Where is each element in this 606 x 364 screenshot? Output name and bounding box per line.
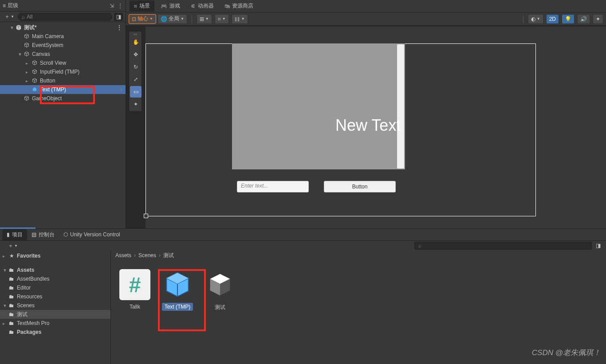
asset-label: Text (TMP): [162, 303, 193, 311]
ui-inputfield[interactable]: Enter text...: [237, 181, 309, 192]
snap-button[interactable]: ⌗▼: [215, 14, 229, 24]
tab-console[interactable]: ▤控制台: [27, 229, 59, 240]
audio-button[interactable]: 🔊: [577, 14, 590, 24]
tab-uvcs[interactable]: ⬡Unity Version Control: [59, 230, 125, 239]
expand-arrow[interactable]: ▼: [3, 268, 8, 273]
hierarchy-item-text-tmp[interactable]: Text (TMP) ›: [0, 85, 126, 94]
project-search-input[interactable]: ⌕: [414, 242, 592, 250]
item-label: Main Camera: [32, 33, 64, 39]
fx-button[interactable]: ✦: [593, 14, 603, 24]
bottom-tabs: ▮项目 ▤控制台 ⬡Unity Version Control: [0, 228, 606, 241]
expand-arrow[interactable]: ▼: [10, 25, 15, 30]
folder-tmp[interactable]: ▸🖿TextMesh Pro: [0, 319, 110, 328]
folder-icon: 🖿: [8, 276, 15, 282]
project-hidden-button[interactable]: ◨: [594, 243, 602, 249]
folder-icon: ▮: [7, 231, 10, 238]
canvas-handle-bl[interactable]: [144, 214, 148, 218]
scene-menu-icon[interactable]: ⋮: [117, 24, 122, 31]
expand-arrow[interactable]: ▸: [3, 254, 8, 258]
bottom-section: ▮项目 ▤控制台 ⬡Unity Version Control ＋▼ ⌕ ◨ ▸…: [0, 228, 606, 364]
expand-arrow[interactable]: ▸: [26, 70, 31, 74]
transform-tool[interactable]: ✦: [130, 98, 142, 110]
hierarchy-tree: ▼ 测试* ⋮ Main Camera EventSystem ▼ Canvas: [0, 22, 126, 104]
palette-grip[interactable]: ═: [130, 32, 141, 36]
grid-snap-button[interactable]: ⊞▼: [197, 14, 212, 24]
pivot-button[interactable]: ⊡轴心▼: [129, 14, 156, 24]
assets-panel: Assets › Scenes › 测试 # Tallk Text (TMP): [111, 250, 606, 364]
ui-text-tmp[interactable]: New Text: [335, 116, 401, 135]
favorites-row[interactable]: ▸ ★ Favorites: [0, 251, 110, 260]
rect-tool[interactable]: ▭: [130, 86, 142, 98]
input-placeholder: Enter text...: [241, 183, 268, 189]
folder-scenes[interactable]: ▼🖿Scenes: [0, 301, 110, 310]
expand-arrow[interactable]: ▸: [3, 321, 8, 326]
breadcrumb-item[interactable]: Scenes: [138, 252, 156, 258]
tab-assetstore[interactable]: 🛍资源商店: [220, 0, 258, 12]
move-tool[interactable]: ✥: [130, 49, 142, 60]
tab-scene[interactable]: ⌗场景: [130, 0, 154, 12]
breadcrumb-item[interactable]: Assets: [115, 252, 131, 258]
lighting-button[interactable]: 💡: [562, 14, 575, 24]
hierarchy-add-button[interactable]: ＋▼: [3, 13, 16, 21]
hierarchy-search-type[interactable]: ◨: [114, 13, 123, 21]
expand-arrow[interactable]: ▸: [26, 61, 31, 66]
cube-icon: [23, 51, 30, 57]
folder-assetbundles[interactable]: 🖿AssetBundles: [0, 274, 110, 283]
prefab-icon: [162, 269, 193, 300]
pivot-icon: ⊡: [132, 16, 136, 22]
hierarchy-item-camera[interactable]: Main Camera: [0, 32, 126, 41]
folder-label: AssetBundles: [17, 276, 49, 282]
hierarchy-item-gameobject[interactable]: GameObject: [0, 94, 126, 103]
expand-arrow[interactable]: ▸: [26, 78, 31, 83]
magnet-icon: ⌗: [218, 16, 221, 22]
speaker-icon: 🔊: [580, 16, 587, 22]
scene-name: 测试*: [24, 24, 37, 31]
tab-game[interactable]: 🎮游戏: [156, 0, 185, 12]
folder-resources[interactable]: 🖿Resources: [0, 292, 110, 301]
shading-button[interactable]: ◐▼: [528, 14, 543, 24]
rotate-tool[interactable]: ↻: [130, 61, 142, 73]
cube-icon: [23, 33, 30, 39]
scene-viewport[interactable]: New Text Enter text... Button: [146, 27, 606, 228]
global-button[interactable]: 🌐全局▼: [157, 14, 187, 24]
hierarchy-title: ≡ 层级: [3, 2, 110, 9]
expand-arrow[interactable]: ▼: [18, 52, 23, 57]
hierarchy-item-canvas[interactable]: ▼ Canvas: [0, 50, 126, 59]
hierarchy-item-inputfield[interactable]: ▸ InputField (TMP): [0, 67, 126, 76]
cube-icon: [23, 95, 30, 102]
hierarchy-item-eventsystem[interactable]: EventSystem: [0, 41, 126, 50]
expand-arrow[interactable]: ▼: [3, 303, 8, 308]
folder-test[interactable]: 🖿测试: [0, 310, 110, 319]
assets-row[interactable]: ▼ 🖿 Assets: [0, 266, 110, 274]
prefab-open-icon[interactable]: ›: [120, 86, 122, 93]
tab-label: 资源商店: [232, 2, 253, 10]
tab-label: 项目: [12, 231, 23, 239]
asset-tallk[interactable]: # Tallk: [115, 269, 154, 312]
hand-tool[interactable]: ✋: [130, 36, 142, 48]
tab-project[interactable]: ▮项目: [2, 229, 27, 240]
folder-editor[interactable]: 🖿Editor: [0, 283, 110, 292]
breadcrumb-item[interactable]: 测试: [163, 252, 174, 259]
asset-text-tmp[interactable]: Text (TMP): [158, 269, 197, 312]
global-label: 全局: [169, 15, 179, 23]
scale-tool[interactable]: ⤢: [130, 74, 142, 85]
ui-button[interactable]: Button: [324, 181, 396, 192]
packages-row[interactable]: 🖿Packages: [0, 328, 110, 337]
folder-label: 测试: [17, 311, 28, 318]
hierarchy-item-scrollview[interactable]: ▸ Scroll View: [0, 59, 126, 67]
hierarchy-menu-icon[interactable]: ⋮: [118, 3, 123, 9]
script-icon: #: [119, 269, 150, 300]
ui-scrollbar[interactable]: [397, 44, 404, 168]
increment-button[interactable]: ⫿⫿▼: [232, 14, 248, 24]
globe-icon: 🌐: [161, 16, 167, 22]
project-add-button[interactable]: ＋▼: [6, 242, 20, 250]
hierarchy-item-button[interactable]: ▸ Button: [0, 76, 126, 85]
ui-scrollview[interactable]: [232, 43, 405, 169]
asset-scene[interactable]: 测试: [201, 269, 240, 312]
hierarchy-search-input[interactable]: ⌕ All: [18, 13, 112, 21]
detach-icon[interactable]: ⇲: [110, 3, 114, 9]
tab-animator[interactable]: ⚟动画器: [186, 0, 218, 12]
2d-button[interactable]: 2D: [546, 14, 559, 24]
scene-row[interactable]: ▼ 测试* ⋮: [0, 23, 126, 32]
favorites-label: Favorites: [17, 253, 40, 259]
